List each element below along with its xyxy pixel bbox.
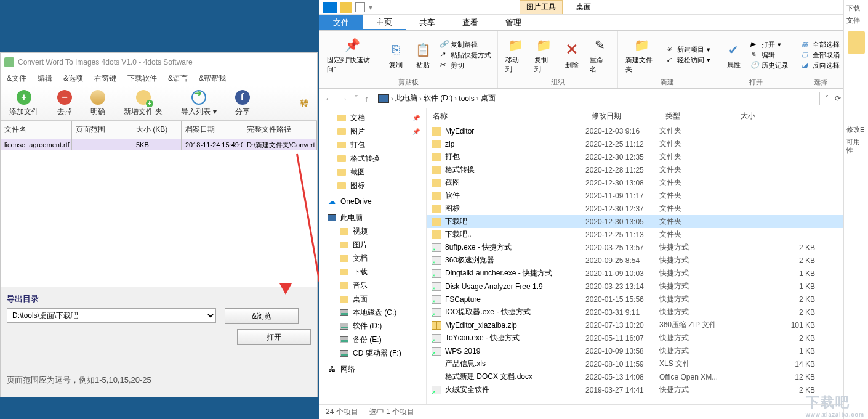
qat-explorer-icon[interactable]: [323, 2, 337, 13]
menu-language[interactable]: &语言: [168, 73, 188, 84]
easy-access-button[interactable]: ✓轻松访问 ▾: [666, 55, 710, 65]
copy-path-button[interactable]: 🔗复制路径: [440, 40, 491, 49]
properties-button[interactable]: ✔属性: [723, 41, 744, 70]
cut-button[interactable]: ✂剪切: [440, 61, 491, 70]
col-path[interactable]: 完整文件路径: [243, 121, 317, 139]
import-list-button[interactable]: 导入列表 ▾: [181, 90, 216, 117]
new-folder-ribbon-button[interactable]: 📁新建文件夹: [624, 36, 660, 74]
refresh-button[interactable]: ⟳: [835, 94, 841, 103]
file-row[interactable]: 下载吧2020-12-30 13:05文件夹: [427, 215, 846, 228]
history-button[interactable]: 🕘历史记录: [750, 61, 789, 70]
file-row[interactable]: 格式新建 DOCX 文档.docx2020-05-13 14:08Office …: [427, 370, 846, 383]
new-folder-button[interactable]: 新增文件 夹: [124, 90, 163, 117]
nav-pc-sub[interactable]: CD 驱动器 (F:): [319, 346, 426, 360]
open-ribbon-button[interactable]: ▶打开 ▾: [750, 40, 789, 49]
tab-manage[interactable]: 管理: [492, 15, 535, 30]
tab-share[interactable]: 共享: [406, 15, 449, 30]
tab-file[interactable]: 文件: [319, 15, 363, 30]
breadcrumb[interactable]: › 此电脑› 软件 (D:)› tools› 桌面: [374, 92, 820, 105]
tab-view[interactable]: 查看: [449, 15, 492, 30]
navigation-pane[interactable]: 文档图片打包格式转换截图图标☁OneDrive此电脑视频图片文档下载音乐桌面本地…: [319, 108, 427, 404]
col-modified[interactable]: 修改日期: [585, 108, 659, 124]
copy-to-button[interactable]: 📁复制到: [533, 36, 556, 74]
file-row[interactable]: FSCapture2020-01-15 15:56快捷方式2 KB: [427, 293, 846, 306]
file-row[interactable]: zip2020-12-25 11:12文件夹: [427, 137, 846, 150]
crumb-desktop[interactable]: 桌面: [481, 93, 496, 104]
rename-button[interactable]: ✎重命名: [589, 36, 611, 74]
nav-pc-sub[interactable]: 下载: [319, 265, 426, 279]
crumb-thispc[interactable]: 此电脑: [395, 93, 417, 104]
nav-network[interactable]: 🖧网络: [319, 362, 426, 376]
qat-folder-icon[interactable]: [340, 2, 352, 13]
file-row[interactable]: WPS 20192020-10-09 13:58快捷方式1 KB: [427, 344, 846, 357]
file-row[interactable]: MyEditor_xiazaiba.zip2020-07-13 10:20360…: [427, 319, 846, 332]
up-button[interactable]: ↑: [364, 94, 369, 104]
menu-download[interactable]: 下载软件: [127, 73, 157, 84]
file-row[interactable]: 8uftp.exe - 快捷方式2020-03-25 13:57快捷方式2 KB: [427, 241, 846, 254]
file-row[interactable]: 产品信息.xls2020-08-10 11:59XLS 文件14 KB: [427, 357, 846, 370]
delete-button[interactable]: ✕删除: [561, 41, 582, 70]
select-none-button[interactable]: ▢全部取消: [802, 51, 840, 60]
menu-edit[interactable]: 编辑: [38, 73, 52, 84]
file-row[interactable]: Disk Usage Analyzer Free 1.92020-03-23 1…: [427, 280, 846, 293]
col-size[interactable]: 大小 (KB): [132, 121, 182, 139]
browse-button[interactable]: &浏览: [225, 308, 299, 324]
convert-button[interactable]: 转: [300, 98, 308, 109]
crumb-drive[interactable]: 软件 (D:): [424, 93, 452, 104]
col-range[interactable]: 页面范围: [72, 121, 132, 139]
nav-quick-item[interactable]: 文档: [319, 111, 426, 124]
menu-options[interactable]: &选项: [63, 73, 83, 84]
nav-onedrive[interactable]: ☁OneDrive: [319, 195, 426, 208]
file-row[interactable]: DingtalkLauncher.exe - 快捷方式2020-11-09 10…: [427, 267, 846, 280]
file-row[interactable]: 打包2020-12-30 12:35文件夹: [427, 150, 846, 163]
nav-pc-sub[interactable]: 视频: [319, 224, 426, 238]
nav-pc-sub[interactable]: 桌面: [319, 292, 426, 306]
nav-quick-item[interactable]: 格式转换: [319, 152, 426, 165]
crumb-tools[interactable]: tools: [459, 94, 474, 103]
col-date[interactable]: 档案日期: [182, 121, 243, 139]
select-all-button[interactable]: ▦全部选择: [802, 40, 840, 49]
file-row[interactable]: 360极速浏览器2020-09-25 8:54快捷方式2 KB: [427, 254, 846, 267]
col-filename[interactable]: 文件名: [1, 121, 72, 139]
file-row[interactable]: 软件2020-11-09 11:17文件夹: [427, 189, 846, 202]
file-row[interactable]: ICO提取器.exe - 快捷方式2020-03-31 9:11快捷方式2 KB: [427, 306, 846, 319]
pin-quick-access-button[interactable]: 📌固定到"快速访问": [326, 36, 379, 74]
file-row[interactable]: MyEditor2020-12-03 9:16文件夹: [427, 124, 846, 137]
title-bar[interactable]: Convert Word To Images 4dots V1.0 - 4dot…: [1, 53, 317, 71]
grid-row[interactable]: license_agreement.rtf 5KB 2018-11-24 15:…: [1, 139, 317, 150]
nav-pc-sub[interactable]: 本地磁盘 (C:): [319, 306, 426, 319]
col-type[interactable]: 类型: [659, 108, 734, 124]
new-item-button[interactable]: ✳新建项目 ▾: [666, 45, 710, 54]
file-row[interactable]: 火绒安全软件2019-03-27 14:41快捷方式2 KB: [427, 383, 846, 396]
back-button[interactable]: ←: [324, 94, 333, 104]
qat-box-icon[interactable]: [355, 2, 365, 12]
nav-pc-sub[interactable]: 音乐: [319, 279, 426, 292]
context-tab-picture-tools[interactable]: 图片工具: [520, 0, 563, 14]
file-rows[interactable]: MyEditor2020-12-03 9:16文件夹zip2020-12-25 …: [427, 124, 846, 404]
menu-file[interactable]: &文件: [7, 73, 26, 84]
col-name[interactable]: 名称: [427, 108, 585, 124]
nav-thispc[interactable]: 此电脑: [319, 211, 426, 224]
paste-button[interactable]: 📋粘贴: [412, 41, 433, 70]
tab-home[interactable]: 主页: [363, 15, 406, 30]
addr-dropdown[interactable]: ˅: [825, 94, 829, 103]
recent-button[interactable]: ˅: [354, 94, 358, 104]
nav-quick-item[interactable]: 图标: [319, 179, 426, 192]
nav-pc-sub[interactable]: 软件 (D:): [319, 319, 426, 333]
invert-select-button[interactable]: ◪反向选择: [802, 61, 840, 70]
copy-button[interactable]: ⎘复制: [385, 41, 406, 70]
file-row[interactable]: 截图2020-12-30 13:08文件夹: [427, 176, 846, 189]
col-size[interactable]: 大小: [734, 108, 846, 124]
file-row[interactable]: 下载吧..2020-12-25 11:13文件夹: [427, 228, 846, 241]
remove-button[interactable]: −去掉: [57, 90, 72, 117]
open-button[interactable]: 打开: [237, 329, 311, 345]
file-row[interactable]: 格式转换2020-12-28 11:25文件夹: [427, 163, 846, 176]
nav-pc-sub[interactable]: 图片: [319, 238, 426, 251]
nav-pc-sub[interactable]: 文档: [319, 251, 426, 265]
nav-quick-item[interactable]: 截图: [319, 165, 426, 179]
nav-quick-item[interactable]: 图片: [319, 124, 426, 138]
menu-help[interactable]: &帮帮我: [199, 73, 226, 84]
paste-shortcut-button[interactable]: ↗粘贴快捷方式: [440, 51, 491, 60]
menu-rightkey[interactable]: 右窗键: [94, 73, 116, 84]
export-path-select[interactable]: D:\tools\桌面\下载吧: [7, 308, 216, 323]
